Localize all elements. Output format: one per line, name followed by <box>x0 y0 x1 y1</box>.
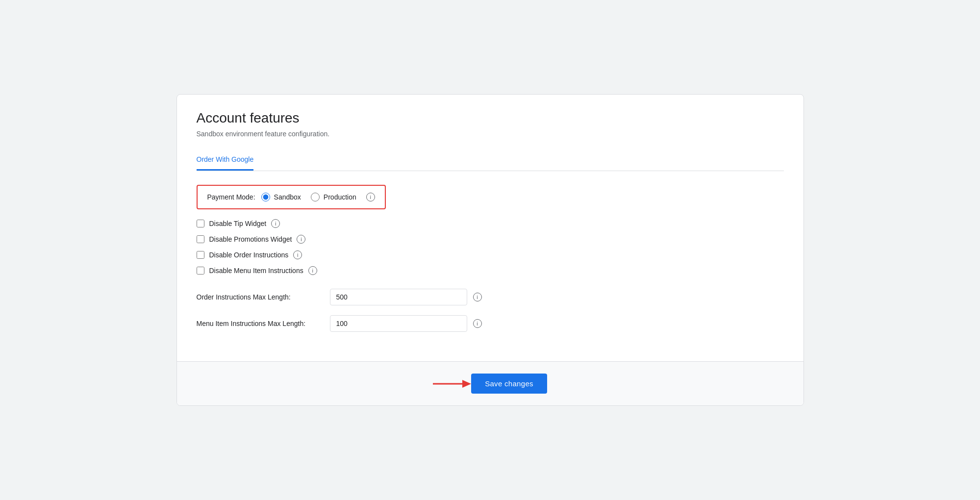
radio-sandbox-input[interactable] <box>261 193 270 201</box>
order-instructions-input[interactable] <box>330 289 467 305</box>
card-footer: Save changes <box>177 361 804 405</box>
order-instructions-label: Order Instructions Max Length: <box>197 293 324 301</box>
save-changes-button[interactable]: Save changes <box>471 374 547 394</box>
page-subtitle: Sandbox environment feature configuratio… <box>197 130 784 138</box>
tab-order-with-google[interactable]: Order With Google <box>197 150 254 171</box>
checkbox-item-order-instructions: Disable Order Instructions i <box>197 250 784 259</box>
card-header: Account features Sandbox environment fea… <box>177 95 804 171</box>
tabs-bar: Order With Google <box>197 150 784 171</box>
menu-instructions-row: Menu Item Instructions Max Length: i <box>197 315 784 332</box>
payment-mode-section: Payment Mode: Sandbox Production i <box>197 185 386 209</box>
checkbox-label-menu-instructions: Disable Menu Item Instructions <box>209 267 303 275</box>
checkbox-disable-order-instructions[interactable] <box>197 251 204 259</box>
menu-instructions-input[interactable] <box>330 315 467 332</box>
radio-production[interactable]: Production <box>311 193 356 201</box>
disable-order-instructions-info-icon[interactable]: i <box>293 250 302 259</box>
checkbox-disable-promotions[interactable] <box>197 235 204 243</box>
radio-sandbox[interactable]: Sandbox <box>261 193 301 201</box>
checkbox-item-tip: Disable Tip Widget i <box>197 219 784 228</box>
checkbox-item-menu-instructions: Disable Menu Item Instructions i <box>197 266 784 275</box>
radio-production-input[interactable] <box>311 193 320 201</box>
svg-marker-1 <box>462 380 471 388</box>
card-body: Payment Mode: Sandbox Production i <box>177 171 804 361</box>
footer-center: Save changes <box>433 374 547 394</box>
payment-mode-info-icon[interactable]: i <box>366 193 375 201</box>
checkbox-disable-tip[interactable] <box>197 220 204 227</box>
payment-mode-label: Payment Mode: <box>207 193 255 201</box>
order-instructions-row: Order Instructions Max Length: i <box>197 289 784 305</box>
disable-menu-instructions-info-icon[interactable]: i <box>308 266 317 275</box>
main-card: Account features Sandbox environment fea… <box>176 94 804 406</box>
disable-tip-info-icon[interactable]: i <box>271 219 280 228</box>
checkbox-item-promotions: Disable Promotions Widget i <box>197 235 784 244</box>
checkbox-label-tip: Disable Tip Widget <box>209 220 267 227</box>
checkbox-list: Disable Tip Widget i Disable Promotions … <box>197 219 784 275</box>
checkbox-disable-menu-instructions[interactable] <box>197 267 204 275</box>
checkbox-label-order-instructions: Disable Order Instructions <box>209 251 289 259</box>
menu-instructions-info-icon[interactable]: i <box>473 319 482 328</box>
page-title: Account features <box>197 110 784 126</box>
page-wrapper: Account features Sandbox environment fea… <box>176 94 804 406</box>
radio-group: Sandbox Production i <box>261 193 375 201</box>
order-instructions-info-icon[interactable]: i <box>473 293 482 301</box>
menu-instructions-label: Menu Item Instructions Max Length: <box>197 320 324 327</box>
arrow-icon <box>433 378 472 390</box>
checkbox-label-promotions: Disable Promotions Widget <box>209 235 292 243</box>
radio-production-label: Production <box>324 193 356 201</box>
radio-sandbox-label: Sandbox <box>274 193 301 201</box>
disable-promotions-info-icon[interactable]: i <box>297 235 305 244</box>
